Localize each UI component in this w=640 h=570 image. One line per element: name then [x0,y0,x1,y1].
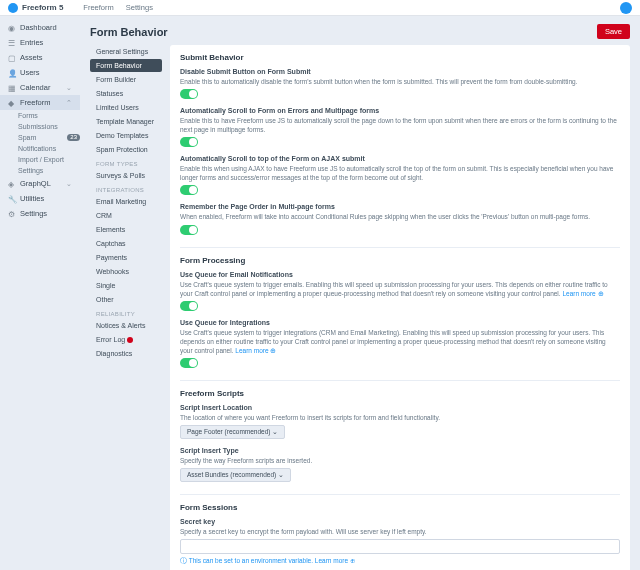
secret-key-input[interactable] [180,539,620,554]
script-type-desc: Specify the way Freeform scripts are ins… [180,456,620,465]
spam-badge: 23 [67,134,80,141]
sidebar-sub-notifications[interactable]: Notifications [0,143,80,154]
disable-submit-label: Disable Submit Button on Form Submit [180,68,620,75]
user-icon: 👤 [8,69,16,77]
sidebar-utilities[interactable]: 🔧Utilities [0,191,80,206]
app-logo [8,3,18,13]
subnav-statuses[interactable]: Statuses [90,87,162,100]
graphql-icon: ◈ [8,180,16,188]
sidebar-sub-spam[interactable]: Spam23 [0,132,80,143]
secret-key-info: ⓘ This can be set to an environment vari… [180,557,620,566]
script-loc-label: Script Insert Location [180,404,620,411]
settings-panel: Submit Behavior Disable Submit Button on… [170,45,630,570]
external-icon: ⊕ [270,347,276,354]
subnav-demo[interactable]: Demo Templates [90,129,162,142]
freeform-icon: ◆ [8,99,16,107]
remember-page-desc: When enabled, Freeform will take into ac… [180,212,620,221]
subnav-errorlog[interactable]: Error Log [90,333,162,346]
main-sidebar: ◉Dashboard ☰Entries ▢Assets 👤Users ▦Cale… [0,16,80,570]
subnav-limited[interactable]: Limited Users [90,101,162,114]
scroll-ajax-toggle[interactable] [180,185,198,195]
subnav-other[interactable]: Other [90,293,162,306]
info-icon: ⓘ [180,557,187,564]
sidebar-settings[interactable]: ⚙Settings [0,206,80,221]
subnav-tmgr[interactable]: Template Manager [90,115,162,128]
secret-key-label: Secret key [180,518,620,525]
scroll-errors-toggle[interactable] [180,137,198,147]
page-title: Form Behavior [90,26,168,38]
sidebar-sub-import[interactable]: Import / Export [0,154,80,165]
subnav-surveys[interactable]: Surveys & Polls [90,169,162,182]
sidebar-sub-settings[interactable]: Settings [0,165,80,176]
sidebar-assets[interactable]: ▢Assets [0,50,80,65]
topnav-settings[interactable]: Settings [126,3,153,12]
disable-submit-toggle[interactable] [180,89,198,99]
learn-more-link[interactable]: Learn more [235,347,268,354]
scroll-ajax-label: Automatically Scroll to top of the Form … [180,155,620,162]
subnav-head-integrations: INTEGRATIONS [90,183,162,195]
disable-submit-desc: Enable this to automatically disable the… [180,77,620,86]
error-dot-icon [127,337,133,343]
gauge-icon: ◉ [8,24,16,32]
queue-email-desc: Use Craft's queue system to trigger emai… [180,280,620,298]
learn-more-link[interactable]: Learn more [315,557,348,564]
subnav-elements[interactable]: Elements [90,223,162,236]
subnav-crm[interactable]: CRM [90,209,162,222]
queue-email-label: Use Queue for Email Notifications [180,271,620,278]
calendar-icon: ▦ [8,84,16,92]
subnav-head-reliability: RELIABILITY [90,307,162,319]
subnav-spam[interactable]: Spam Protection [90,143,162,156]
scroll-ajax-desc: Enable this when using AJAX to have Free… [180,164,620,182]
subnav-single[interactable]: Single [90,279,162,292]
subnav-behavior[interactable]: Form Behavior [90,59,162,72]
sidebar-sub-forms[interactable]: Forms [0,110,80,121]
script-type-select[interactable]: Asset Bundles (recommended) ⌄ [180,468,291,482]
subnav-diagnostics[interactable]: Diagnostics [90,347,162,360]
subnav-payments[interactable]: Payments [90,251,162,264]
subnav-captchas[interactable]: Captchas [90,237,162,250]
subnav-webhooks[interactable]: Webhooks [90,265,162,278]
user-avatar[interactable] [620,2,632,14]
sidebar-users[interactable]: 👤Users [0,65,80,80]
scroll-errors-label: Automatically Scroll to Form on Errors a… [180,107,620,114]
queue-int-toggle[interactable] [180,358,198,368]
sidebar-graphql[interactable]: ◈GraphQL⌄ [0,176,80,191]
section-sessions-title: Form Sessions [180,503,620,512]
chevron-down-icon: ⌄ [272,428,278,435]
wrench-icon: 🔧 [8,195,16,203]
queue-email-toggle[interactable] [180,301,198,311]
secret-key-desc: Specify a secret key to encrypt the form… [180,527,620,536]
sidebar-calendar[interactable]: ▦Calendar⌄ [0,80,80,95]
subnav-email[interactable]: Email Marketing [90,195,162,208]
scroll-errors-desc: Enable this to have Freeform use JS to a… [180,116,620,134]
sidebar-freeform[interactable]: ◆Freeform⌃ [0,95,80,110]
image-icon: ▢ [8,54,16,62]
settings-subnav: General Settings Form Behavior Form Buil… [90,45,162,570]
subnav-general[interactable]: General Settings [90,45,162,58]
topnav-freeform[interactable]: Freeform [83,3,113,12]
script-loc-select[interactable]: Page Footer (recommended) ⌄ [180,425,285,439]
section-processing-title: Form Processing [180,256,620,265]
learn-more-link[interactable]: Learn more [562,290,595,297]
sidebar-entries[interactable]: ☰Entries [0,35,80,50]
topbar: Freeform 5 Freeform Settings [0,0,640,16]
sidebar-sub-submissions[interactable]: Submissions [0,121,80,132]
gear-icon: ⚙ [8,210,16,218]
main-content: Form Behavior Save General Settings Form… [80,16,640,570]
script-loc-desc: The location of where you want Freeform … [180,413,620,422]
doc-icon: ☰ [8,39,16,47]
remember-page-label: Remember the Page Order in Multi-page fo… [180,203,620,210]
chevron-up-icon: ⌃ [66,99,72,107]
sidebar-dashboard[interactable]: ◉Dashboard [0,20,80,35]
remember-page-toggle[interactable] [180,225,198,235]
chevron-down-icon: ⌄ [66,84,72,92]
external-icon: ⊕ [598,290,604,297]
subnav-notices[interactable]: Notices & Alerts [90,319,162,332]
save-button[interactable]: Save [597,24,630,39]
section-scripts-title: Freeform Scripts [180,389,620,398]
chevron-down-icon: ⌄ [66,180,72,188]
script-type-label: Script Insert Type [180,447,620,454]
external-icon: ⊕ [350,557,356,564]
queue-int-label: Use Queue for Integrations [180,319,620,326]
subnav-builder[interactable]: Form Builder [90,73,162,86]
